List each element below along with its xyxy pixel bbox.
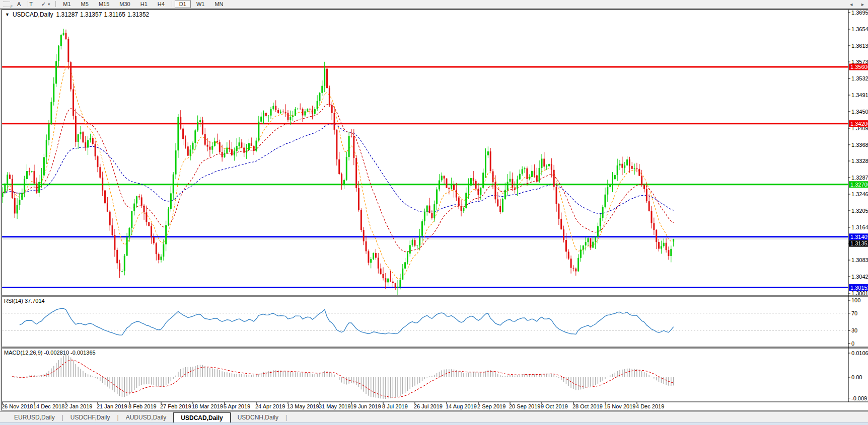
- price-tick-label: 1.34910: [851, 92, 868, 98]
- date-axis[interactable]: 26 Nov 201814 Dec 20182 Jan 201921 Jan 2…: [2, 402, 664, 409]
- svg-text:1.30152: 1.30152: [850, 285, 868, 291]
- svg-text:1.31352: 1.31352: [850, 240, 868, 246]
- date-tick-label: 18 Mar 2019: [192, 403, 223, 409]
- price-tick-label: 1.32870: [851, 175, 868, 181]
- date-tick-label: 28 Oct 2019: [572, 403, 603, 409]
- date-tick-label: 27 Feb 2019: [160, 403, 191, 409]
- price-tick-label: 1.33280: [851, 158, 868, 164]
- price-tick-label: 1.35320: [851, 75, 868, 81]
- rsi-axis-label: 0: [851, 341, 854, 347]
- chart-header: ▼ USDCAD,Daily 1.31287 1.31357 1.31165 1…: [5, 11, 149, 18]
- macd-indicator-label: MACD(12,26,9) -0.002810 -0.001365: [4, 350, 96, 356]
- chart-canvas[interactable]: 1.369501.365401.361301.357301.353201.349…: [0, 0, 868, 425]
- ohlc-low: 1.31165: [104, 11, 125, 18]
- date-tick-label: 13 May 2019: [287, 403, 319, 409]
- date-tick-label: 26 Nov 2018: [2, 403, 33, 409]
- macd-axis-label: 0.010615: [851, 350, 868, 356]
- price-tick-label: 1.31640: [851, 224, 868, 230]
- chart-symbol-label: USDCAD,Daily: [13, 11, 53, 18]
- price-line-label: 1.32700: [849, 181, 868, 188]
- rsi-axis-label: 100: [851, 297, 860, 303]
- ohlc-close: 1.31352: [127, 11, 149, 18]
- date-tick-label: 15 Nov 2019: [604, 403, 635, 409]
- price-line-label: 1.31352: [849, 240, 868, 247]
- price-tick-label: 1.32460: [851, 191, 868, 197]
- macd-axis-label: -0.00918: [851, 395, 868, 401]
- price-tick-label: 1.33680: [851, 142, 868, 148]
- price-tick-label: 1.30830: [851, 257, 868, 263]
- price-tick-label: 1.30010: [851, 290, 868, 296]
- date-tick-label: 20 Sep 2019: [509, 403, 540, 409]
- date-tick-label: 24 Apr 2019: [255, 403, 285, 409]
- date-tick-label: 2 Jan 2019: [65, 403, 92, 409]
- date-tick-label: 5 Apr 2019: [224, 403, 250, 409]
- price-tick-label: 1.36540: [851, 26, 868, 32]
- date-tick-label: 31 May 2019: [319, 403, 351, 409]
- svg-text:1.34206: 1.34206: [850, 121, 868, 127]
- date-tick-label: 4 Dec 2019: [636, 403, 664, 409]
- svg-text:1.32700: 1.32700: [850, 182, 868, 188]
- rsi-axis-label: 30: [851, 327, 857, 333]
- ohlc-open: 1.31287: [56, 11, 78, 18]
- price-tick-label: 1.30420: [851, 274, 868, 280]
- price-line-label: 1.31405: [849, 233, 868, 240]
- date-tick-label: 26 Jul 2019: [414, 403, 443, 409]
- ohlc-high: 1.31357: [80, 11, 102, 18]
- date-tick-label: 19 Jun 2019: [350, 403, 381, 409]
- rsi-axis-label: 70: [851, 310, 857, 316]
- date-tick-label: 8 Feb 2019: [128, 403, 157, 409]
- date-tick-label: 8 Jul 2019: [382, 403, 408, 409]
- price-tick-label: 1.32050: [851, 208, 868, 214]
- price-line-label: 1.35606: [849, 64, 868, 70]
- rsi-indicator-label: RSI(14) 37.7014: [4, 298, 45, 304]
- svg-text:1.31405: 1.31405: [850, 234, 868, 240]
- svg-text:1.35606: 1.35606: [850, 64, 868, 70]
- date-tick-label: 2 Sep 2019: [477, 403, 505, 409]
- date-tick-label: 21 Jan 2019: [97, 403, 127, 409]
- price-tick-label: 1.34500: [851, 109, 868, 115]
- price-tick-label: 1.36950: [851, 10, 868, 16]
- price-tick-label: 1.36130: [851, 43, 868, 49]
- date-tick-label: 14 Aug 2019: [446, 403, 477, 409]
- date-tick-label: 14 Dec 2018: [33, 403, 64, 409]
- macd-axis-label: 0.00: [851, 374, 862, 380]
- price-line-label: 1.30152: [849, 284, 868, 291]
- chart-dropdown-icon[interactable]: ▼: [5, 12, 10, 17]
- price-line-label: 1.34206: [849, 120, 868, 127]
- date-tick-label: 9 Oct 2019: [541, 403, 568, 409]
